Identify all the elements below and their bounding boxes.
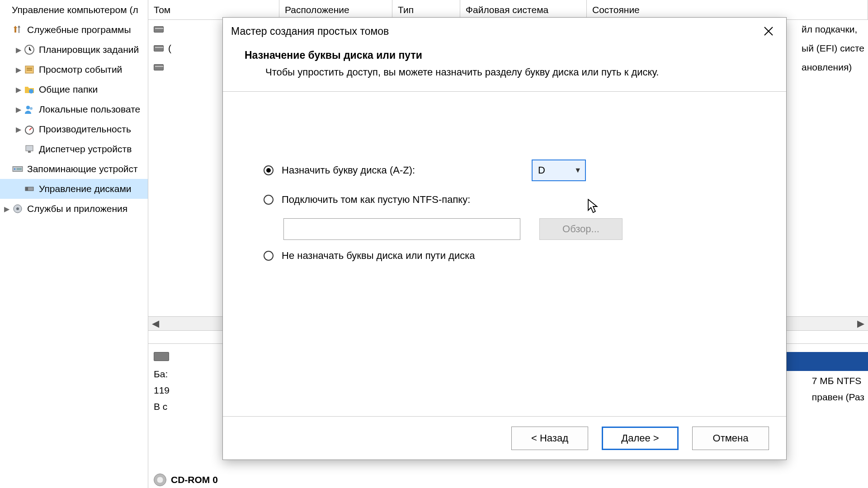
diskmgmt-icon	[24, 183, 35, 195]
cdrom-label: CD-ROM 0	[171, 474, 218, 485]
tree-shared[interactable]: ▶ Общие папки	[0, 80, 148, 99]
radio-mount-label: Подключить том как пустую NTFS-папку:	[282, 194, 470, 206]
nav-tree: Управление компьютером (л Служебные прог…	[0, 0, 148, 488]
svg-rect-14	[25, 187, 28, 191]
tree-label: Служебные программы	[27, 24, 131, 35]
svg-rect-12	[17, 168, 22, 170]
chevron-right-icon: ▶	[14, 85, 24, 94]
tree-users[interactable]: ▶ Локальные пользовате	[0, 99, 148, 119]
column-header-volume[interactable]: Том	[148, 0, 279, 19]
tree-label: Просмотр событий	[39, 64, 122, 75]
option-no-letter[interactable]: Не назначать буквы диска или пути диска	[264, 250, 759, 262]
svg-rect-3	[27, 70, 32, 70]
scroll-right-icon[interactable]: ▶	[854, 316, 868, 331]
column-header-fs[interactable]: Файловая система	[460, 0, 587, 19]
option-assign-letter[interactable]: Назначить букву диска (A-Z): D ▼	[264, 160, 759, 181]
col-label: Том	[154, 5, 170, 15]
dialog-footer: < Назад Далее > Отмена	[223, 416, 786, 460]
radio-none-label: Не назначать буквы диска или пути диска	[282, 250, 475, 262]
svg-rect-9	[28, 151, 31, 153]
status-frag: ый (EFI) систе	[802, 39, 864, 58]
column-header-layout[interactable]: Расположение	[279, 0, 392, 19]
close-icon	[764, 26, 774, 36]
tree-perf[interactable]: ▶ Производительность	[0, 119, 148, 139]
dialog-body: Назначить букву диска (A-Z): D ▼ Подключ…	[223, 92, 786, 416]
chevron-right-icon: ▶	[14, 46, 24, 54]
disk-icon	[154, 45, 164, 52]
radio-assign[interactable]	[264, 165, 274, 175]
status-frag: йл подкачки,	[802, 20, 864, 39]
browse-label: Обзор...	[562, 223, 599, 235]
chevron-down-icon: ▼	[574, 166, 581, 174]
row-text: (	[168, 43, 171, 54]
drive-letter-combo[interactable]: D ▼	[532, 160, 586, 181]
back-button[interactable]: < Назад	[511, 427, 588, 450]
chevron-right-icon: ▶	[14, 125, 24, 134]
col-label: Расположение	[285, 5, 349, 15]
partition-bar[interactable]	[782, 352, 868, 371]
radio-mount[interactable]	[264, 195, 274, 205]
drive-letter-value: D	[538, 164, 545, 176]
mount-path-row: Обзор...	[264, 218, 759, 240]
svg-point-11	[14, 168, 15, 169]
wizard-dialog: Мастер создания простых томов Назначение…	[222, 17, 787, 460]
tree-label: Управление компьютером (л	[12, 5, 138, 15]
radio-none[interactable]	[264, 251, 274, 261]
chevron-right-icon: ▶	[14, 66, 24, 74]
cancel-button[interactable]: Отмена	[692, 427, 769, 450]
users-icon	[24, 103, 35, 115]
dialog-title: Мастер создания простых томов	[231, 25, 389, 38]
tree-label: Локальные пользовате	[39, 104, 140, 115]
tree-label: Планировщик заданий	[39, 44, 139, 55]
svg-point-6	[30, 107, 33, 110]
tree-diskmgmt[interactable]: Управление дисками	[0, 179, 148, 199]
services-icon	[12, 203, 24, 215]
storage-icon	[12, 163, 24, 175]
close-button[interactable]	[759, 22, 778, 41]
tree-storage[interactable]: Запоминающие устройст	[0, 159, 148, 179]
disk-icon	[154, 26, 164, 33]
btn-label: < Назад	[531, 432, 568, 444]
dialog-subheader: Назначение буквы диска или пути Чтобы уп…	[223, 45, 786, 92]
disk-icon	[154, 352, 169, 361]
scroll-left-icon[interactable]: ◀	[148, 316, 163, 331]
tools-icon	[12, 24, 24, 36]
part-line: правен (Раз	[812, 389, 864, 405]
svg-point-5	[26, 106, 30, 109]
dialog-description: Чтобы упростить доступ, вы можете назнач…	[265, 65, 764, 80]
tree-root[interactable]: Управление компьютером (л	[0, 0, 148, 20]
tree-label: Общие папки	[39, 84, 98, 95]
dialog-titlebar: Мастер создания простых томов	[223, 18, 786, 45]
perf-icon	[24, 123, 35, 135]
tree-utilities[interactable]: Служебные программы	[0, 20, 148, 40]
tree-scheduler[interactable]: ▶ Планировщик заданий	[0, 40, 148, 60]
tree-label: Производительность	[39, 124, 131, 135]
next-button[interactable]: Далее >	[602, 427, 679, 450]
tree-label: Диспетчер устройств	[39, 144, 132, 155]
tree-events[interactable]: ▶ Просмотр событий	[0, 60, 148, 80]
svg-rect-2	[27, 68, 32, 69]
mount-path-input[interactable]	[283, 218, 520, 240]
tree-label: Управление дисками	[39, 183, 132, 194]
part-line: 7 МБ NTFS	[812, 373, 864, 389]
col-label: Файловая система	[466, 5, 548, 15]
tree-label: Запоминающие устройст	[27, 164, 138, 174]
tree-devmgr[interactable]: Диспетчер устройств	[0, 139, 148, 159]
status-text-fragments: йл подкачки, ый (EFI) систе ановления)	[802, 20, 864, 77]
disk-icon	[154, 64, 164, 70]
column-header-status[interactable]: Состояние	[587, 0, 868, 19]
dialog-heading: Назначение буквы диска или пути	[245, 49, 764, 61]
folder-share-icon	[24, 84, 35, 95]
device-icon	[24, 143, 35, 155]
column-header-type[interactable]: Тип	[392, 0, 460, 19]
cdrom-row[interactable]: CD-ROM 0	[154, 474, 218, 486]
chevron-right-icon: ▶	[2, 205, 12, 213]
tree-services[interactable]: ▶ Службы и приложения	[0, 199, 148, 219]
option-mount-folder[interactable]: Подключить том как пустую NTFS-папку:	[264, 194, 759, 206]
col-label: Тип	[398, 5, 414, 15]
eventlog-icon	[24, 64, 35, 75]
cdrom-icon	[154, 474, 166, 486]
clock-icon	[24, 44, 35, 56]
radio-assign-label: Назначить букву диска (A-Z):	[282, 164, 415, 176]
svg-point-4	[29, 89, 33, 94]
